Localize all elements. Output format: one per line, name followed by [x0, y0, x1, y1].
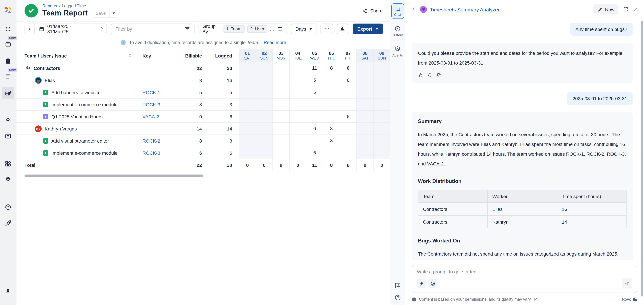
back-button[interactable]: [411, 7, 416, 12]
read-more-link[interactable]: Read more: [264, 40, 286, 45]
prompt-input[interactable]: [417, 269, 632, 274]
day-cell[interactable]: [239, 111, 256, 122]
table-row[interactable]: Implement e-commerce moduleROCK-333: [16, 99, 390, 111]
day-cell[interactable]: [289, 111, 306, 122]
date-range-button[interactable]: 01/Mar/25 - 31/Mar/25: [34, 23, 97, 34]
issue-key-link[interactable]: VACA-2: [142, 114, 159, 119]
day-cell[interactable]: 8: [323, 123, 340, 135]
day-cell[interactable]: [289, 99, 306, 110]
day-cell[interactable]: [272, 99, 289, 110]
send-button[interactable]: [622, 278, 632, 288]
day-cell[interactable]: 6: [306, 123, 323, 135]
save-button[interactable]: Save: [92, 9, 109, 17]
reports-icon[interactable]: [2, 87, 14, 99]
chat-title[interactable]: Timesheets Summary Analyzer: [430, 7, 500, 12]
attach-link-button[interactable]: [417, 279, 426, 288]
help-circle-icon[interactable]: [394, 294, 401, 301]
day-cell[interactable]: [239, 135, 256, 147]
feedback-icon[interactable]: [394, 282, 401, 289]
day-cell[interactable]: [289, 86, 306, 98]
table-row[interactable]: Implement e-commerce moduleROCK-3666: [16, 147, 390, 159]
accounts-icon[interactable]: [2, 130, 14, 142]
day-cell[interactable]: [323, 74, 340, 86]
day-cell[interactable]: [373, 74, 390, 86]
day-cell[interactable]: [289, 123, 306, 135]
export-button[interactable]: Export: [352, 23, 383, 34]
group-more[interactable]: ...: [270, 26, 274, 32]
day-cell[interactable]: 8: [323, 135, 340, 147]
thumbs-up-icon[interactable]: [418, 73, 423, 78]
day-cell[interactable]: [373, 123, 390, 135]
rail-tab-chat[interactable]: Chat: [391, 3, 404, 19]
filter-input[interactable]: [116, 26, 182, 32]
save-dropdown-button[interactable]: [109, 9, 118, 17]
day-cell[interactable]: [256, 62, 272, 74]
scrollbar-thumb[interactable]: [24, 175, 203, 177]
table-row[interactable]: Elias81658: [16, 74, 390, 86]
day-cell[interactable]: [272, 74, 289, 86]
day-cell[interactable]: [373, 62, 390, 74]
day-cell[interactable]: [272, 62, 289, 74]
settings-gear-icon[interactable]: [2, 174, 14, 185]
table-row[interactable]: Add visual parameter editorROCK-2888: [16, 135, 390, 147]
chat-scrollbar[interactable]: [641, 21, 643, 296]
expand-button[interactable]: [623, 7, 628, 12]
new-chat-button[interactable]: New: [593, 4, 618, 15]
tempo-logo-icon[interactable]: [2, 4, 14, 16]
table-row[interactable]: KVKathryn Vargas141468: [16, 123, 390, 135]
day-cell[interactable]: [239, 74, 256, 86]
day-cell[interactable]: [373, 147, 390, 159]
day-cell[interactable]: [373, 99, 390, 110]
day-cell[interactable]: [340, 123, 356, 135]
day-cell[interactable]: [289, 74, 306, 86]
share-button[interactable]: Share: [362, 8, 383, 13]
day-cell[interactable]: [256, 147, 272, 159]
day-cell[interactable]: [239, 99, 256, 110]
day-cell[interactable]: [256, 111, 272, 122]
day-cell[interactable]: [356, 123, 373, 135]
issue-key-link[interactable]: ROCK-3: [142, 150, 160, 156]
rail-tab-history[interactable]: History: [392, 26, 403, 37]
day-cell[interactable]: [239, 62, 256, 74]
day-cell[interactable]: [323, 111, 340, 122]
day-cell[interactable]: [272, 135, 289, 147]
day-cell[interactable]: 8: [323, 62, 340, 74]
chart-view-button[interactable]: [337, 23, 348, 34]
day-cell[interactable]: 5: [306, 74, 323, 86]
breadcrumb-reports-link[interactable]: Reports: [42, 4, 57, 9]
day-cell[interactable]: [256, 74, 272, 86]
logged-time-icon[interactable]: NEW: [2, 71, 14, 82]
next-period-button[interactable]: [97, 24, 106, 34]
day-cell[interactable]: [239, 86, 256, 98]
more-options-button[interactable]: [321, 23, 333, 34]
day-cell[interactable]: 5: [306, 86, 323, 98]
day-cell[interactable]: 8: [340, 111, 356, 122]
issue-key-link[interactable]: ROCK-3: [142, 102, 160, 107]
pin-icon[interactable]: [2, 286, 14, 297]
group-chip-user[interactable]: 2. User: [247, 25, 268, 33]
day-cell[interactable]: [256, 135, 272, 147]
day-cell[interactable]: [289, 147, 306, 159]
day-cell[interactable]: [289, 62, 306, 74]
day-cell[interactable]: [356, 62, 373, 74]
day-cell[interactable]: [306, 135, 323, 147]
prev-period-button[interactable]: [25, 24, 34, 34]
day-cell[interactable]: [340, 135, 356, 147]
table-row[interactable]: Add banners to websiteROCK-1555: [16, 86, 390, 99]
table-row[interactable]: Contractors22301188: [16, 62, 390, 74]
day-cell[interactable]: [373, 86, 390, 98]
help-icon[interactable]: [2, 201, 14, 213]
day-cell[interactable]: [256, 86, 272, 98]
day-cell[interactable]: [323, 147, 340, 159]
day-cell[interactable]: [356, 74, 373, 86]
day-cell[interactable]: [356, 86, 373, 98]
teams-icon[interactable]: [2, 114, 14, 126]
day-cell[interactable]: [356, 147, 373, 159]
apps-icon[interactable]: [2, 158, 14, 169]
group-chip-team[interactable]: 1. Team: [223, 25, 244, 33]
external-link-icon[interactable]: [534, 297, 538, 301]
day-cell[interactable]: [272, 111, 289, 122]
day-cell[interactable]: 8: [340, 74, 356, 86]
close-button[interactable]: [633, 7, 638, 12]
day-cell[interactable]: [272, 123, 289, 135]
